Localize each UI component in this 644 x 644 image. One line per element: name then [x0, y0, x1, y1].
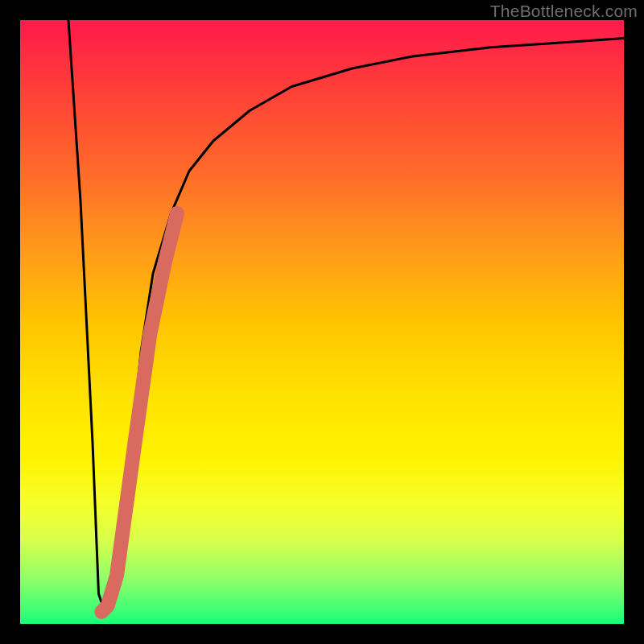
curve-layer: [20, 20, 624, 624]
watermark-text: TheBottleneck.com: [490, 2, 638, 21]
plot-area: [20, 20, 624, 624]
highlight-segment-path: [101, 213, 177, 612]
chart-frame: TheBottleneck.com: [0, 0, 644, 644]
